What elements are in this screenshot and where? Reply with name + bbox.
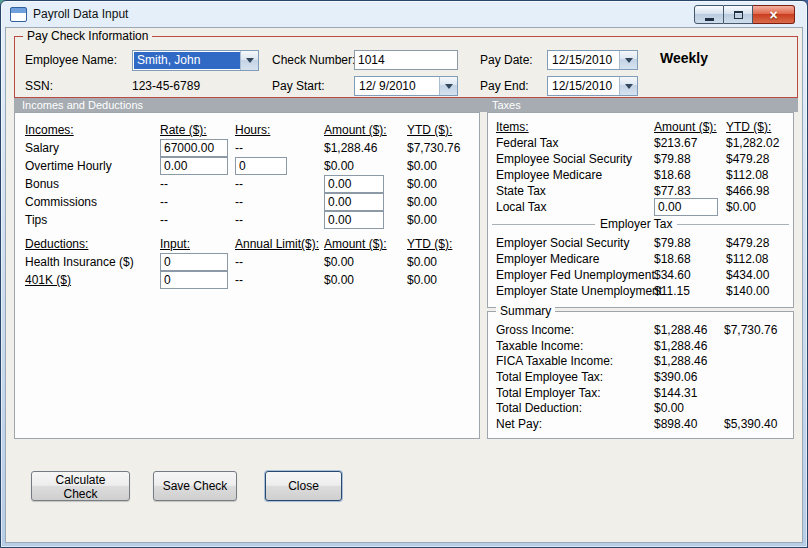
chevron-down-icon [445, 84, 453, 89]
cell-value: $898.40 [654, 417, 724, 431]
row-label: Commissions [25, 195, 160, 209]
cell-value: $0.00 [407, 177, 477, 191]
cell-value: $79.88 [654, 236, 726, 250]
incomes-table: Incomes: Rate ($): Hours: Amount ($): YT… [25, 121, 477, 229]
cell-value: $5,390.40 [724, 417, 796, 431]
summary-panel: Summary Gross Income: $1,288.46 $7,730.7… [487, 311, 794, 439]
cell-value: $34.60 [654, 268, 726, 282]
cell-value: -- [235, 177, 324, 191]
cell-value: $18.68 [654, 168, 726, 182]
dialog-body: Pay Check Information Employee Name: Smi… [5, 27, 803, 543]
taxes-section-label: Taxes [492, 98, 521, 112]
row-label: Overtime Hourly [25, 159, 160, 173]
employee-name-combobox[interactable]: Smith, John [132, 50, 259, 71]
employer-taxes-table: Employer Social Security $79.88 $479.28 … [496, 235, 796, 299]
cell-value: $213.67 [654, 136, 726, 150]
row-label: Employer Fed Unemployment [496, 268, 654, 282]
cell-value: $1,288.46 [324, 141, 407, 155]
section-header-strip: Incomes and Deductions Taxes [14, 98, 798, 112]
employee-name-dropdown-button[interactable] [240, 51, 258, 70]
maximize-button[interactable] [724, 5, 753, 24]
row-label: Salary [25, 141, 160, 155]
pay-date-picker[interactable]: 12/15/2010 [547, 50, 638, 70]
commissions-amount-input[interactable] [324, 193, 384, 211]
pay-date-label: Pay Date: [480, 53, 533, 67]
employer-tax-divider: Employer Tax [492, 217, 789, 231]
ssn-label: SSN: [25, 79, 53, 93]
cell-value: $0.00 [726, 200, 796, 214]
row-label: Employer State Unemployment [496, 284, 654, 298]
col-header: Amount ($): [324, 123, 407, 137]
cell-value: $77.83 [654, 184, 726, 198]
row-label: Employer Medicare [496, 252, 654, 266]
row-label: State Tax [496, 184, 654, 198]
pay-start-value: 12/ 9/2010 [355, 77, 439, 95]
cell-value: $479.28 [726, 236, 796, 250]
row-label: FICA Taxable Income: [496, 354, 654, 368]
cell-value: $1,288.46 [654, 354, 724, 368]
row-label: Employer Social Security [496, 236, 654, 250]
cell-value: -- [160, 195, 235, 209]
cell-value: -- [235, 195, 324, 209]
cell-value: $434.00 [726, 268, 796, 282]
bonus-amount-input[interactable] [324, 175, 384, 193]
cell-value: $1,288.46 [654, 339, 724, 353]
chevron-down-icon [625, 84, 633, 89]
cell-value: $0.00 [324, 273, 407, 287]
pay-end-picker[interactable]: 12/15/2010 [547, 76, 638, 96]
col-header: Input: [160, 237, 235, 251]
check-number-input[interactable] [354, 50, 458, 70]
401k-input[interactable] [160, 271, 228, 289]
pay-start-picker[interactable]: 12/ 9/2010 [354, 76, 458, 96]
cell-value: $7,730.76 [724, 323, 796, 337]
summary-group-label: Summary [496, 304, 555, 318]
cell-value: -- [235, 273, 324, 287]
local-tax-input[interactable] [654, 198, 718, 216]
row-label: Gross Income: [496, 323, 654, 337]
cell-value: $479.28 [726, 152, 796, 166]
deductions-table: Deductions: Input: Annual Limit($): Amou… [25, 235, 477, 289]
health-insurance-input[interactable] [160, 253, 228, 271]
tips-amount-input[interactable] [324, 211, 384, 229]
employee-name-label: Employee Name: [25, 53, 117, 67]
overtime-hours-input[interactable] [235, 157, 287, 175]
summary-table: Gross Income: $1,288.46 $7,730.76 Taxabl… [496, 322, 796, 432]
minimize-button[interactable] [694, 5, 724, 24]
cell-value: $1,288.46 [654, 323, 724, 337]
col-header: Hours: [235, 123, 324, 137]
cell-value: $7,730.76 [407, 141, 477, 155]
close-button[interactable]: Close [265, 471, 342, 501]
incomes-deductions-section-label: Incomes and Deductions [22, 98, 143, 112]
cell-value: $0.00 [407, 273, 477, 287]
pay-start-dropdown-button[interactable] [439, 77, 457, 95]
pay-date-dropdown-button[interactable] [619, 51, 637, 69]
calculate-check-button[interactable]: Calculate Check [31, 471, 130, 501]
cell-value: $140.00 [726, 284, 796, 298]
row-label: Employee Social Security [496, 152, 654, 166]
taxes-table: Items: Amount ($): YTD ($): Federal Tax … [496, 119, 796, 215]
chevron-down-icon [625, 58, 633, 63]
title-bar[interactable]: Payroll Data Input × [1, 1, 807, 27]
cell-value: $0.00 [324, 159, 407, 173]
window-title: Payroll Data Input [33, 7, 128, 21]
save-check-button[interactable]: Save Check [153, 471, 237, 501]
close-icon: × [769, 8, 777, 22]
row-label: Health Insurance ($) [25, 255, 160, 269]
cell-value: -- [160, 177, 235, 191]
col-header: YTD ($): [407, 123, 477, 137]
paycheck-info-group: Pay Check Information Employee Name: Smi… [14, 36, 798, 98]
ssn-value: 123-45-6789 [132, 79, 200, 93]
pay-end-dropdown-button[interactable] [619, 77, 637, 95]
pay-end-value: 12/15/2010 [548, 77, 619, 95]
cell-value: $11.15 [654, 284, 726, 298]
col-header: YTD ($): [726, 120, 796, 134]
col-header: Items: [496, 120, 654, 134]
col-header: Deductions: [25, 237, 160, 251]
salary-rate-input[interactable] [160, 139, 228, 157]
row-label: Net Pay: [496, 417, 654, 431]
cell-value: $18.68 [654, 252, 726, 266]
pay-end-label: Pay End: [480, 79, 529, 93]
401k-link[interactable]: 401K ($) [25, 273, 160, 287]
close-window-button[interactable]: × [753, 5, 795, 24]
overtime-rate-input[interactable] [160, 157, 228, 175]
